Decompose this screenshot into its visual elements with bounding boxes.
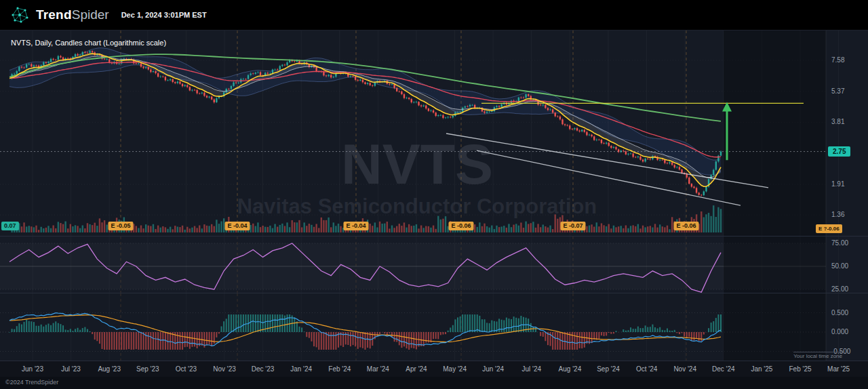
time-axis-label: Jun '24 bbox=[482, 365, 504, 373]
time-axis-label: Sep '24 bbox=[597, 365, 620, 373]
rsi-axis-label[interactable]: 50.00 bbox=[831, 262, 848, 270]
price-axis-label[interactable]: 7.58 bbox=[831, 56, 844, 64]
trendspider-logo-icon[interactable] bbox=[9, 5, 30, 25]
trendspider-app: Trend Spider Dec 1, 2024 3:01PM EST NVTS… bbox=[0, 0, 868, 389]
earnings-badge-left[interactable]: 0.07 bbox=[1, 222, 19, 230]
price-axis-label[interactable]: 1.91 bbox=[831, 180, 844, 188]
time-axis-label: Jan '25 bbox=[751, 365, 772, 373]
macd-chart-canvas[interactable] bbox=[0, 293, 868, 361]
earnings-badge[interactable]: E -0.04 bbox=[224, 222, 250, 230]
price-axis-label[interactable]: 1.36 bbox=[831, 211, 844, 218]
price-chart-canvas[interactable] bbox=[0, 30, 868, 236]
rsi-axis-label[interactable]: 25.00 bbox=[831, 285, 848, 293]
time-axis-label: Aug '24 bbox=[559, 365, 582, 373]
chart-title: NVTS, Daily, Candles chart (Logarithmic … bbox=[11, 39, 166, 47]
current-price-badge[interactable]: 2.75 bbox=[828, 146, 850, 157]
brand-bold: Trend bbox=[36, 7, 72, 22]
time-axis-label: Jun '23 bbox=[22, 365, 43, 373]
time-axis-label: Jul '24 bbox=[522, 365, 542, 373]
bollinger-band-layer bbox=[9, 48, 721, 187]
time-axis-label: Mar '24 bbox=[367, 365, 389, 373]
time-axis-label: Jan '24 bbox=[290, 365, 312, 373]
rsi-axis-label[interactable]: 75.00 bbox=[831, 239, 848, 247]
rsi-chart-canvas[interactable] bbox=[0, 237, 868, 293]
macd-panel: Your local time zone 0.5000.000-0.500 bbox=[0, 293, 868, 361]
time-axis-label: Oct '23 bbox=[176, 365, 197, 373]
time-axis-label: Mar '25 bbox=[827, 365, 850, 373]
time-axis-label: Nov '23 bbox=[213, 365, 236, 373]
earnings-badge[interactable]: E -0.06 bbox=[673, 222, 698, 230]
macd-axis-label[interactable]: 0.500 bbox=[831, 309, 848, 316]
price-axis-label[interactable]: 3.81 bbox=[831, 118, 844, 125]
price-axis-label[interactable]: 5.37 bbox=[831, 87, 844, 95]
chart-timestamp: Dec 1, 2024 3:01PM EST bbox=[121, 11, 207, 19]
footer: ©2024 TrendSpider bbox=[0, 377, 868, 389]
earnings-badge[interactable]: E -0.06 bbox=[448, 222, 473, 230]
time-axis-label: Dec '23 bbox=[252, 365, 275, 373]
price-panel: NVTS Navitas Semiconductor Corporation N… bbox=[0, 30, 868, 236]
macd-axis-label[interactable]: 0.000 bbox=[831, 328, 848, 335]
time-axis-label: Feb '24 bbox=[328, 365, 351, 373]
earnings-badge[interactable]: E -0.07 bbox=[560, 222, 585, 230]
time-axis-label: Aug '23 bbox=[98, 365, 121, 373]
time-axis-label: Apr '24 bbox=[406, 365, 427, 373]
header: Trend Spider Dec 1, 2024 3:01PM EST bbox=[0, 0, 868, 30]
timezone-note[interactable]: Your local time zone bbox=[793, 352, 842, 359]
earnings-badge[interactable]: E -0.05 bbox=[108, 222, 133, 230]
time-axis-label: Feb '25 bbox=[789, 365, 811, 373]
brand-wordmark[interactable]: Trend Spider bbox=[36, 7, 109, 22]
time-axis-label: Oct '24 bbox=[636, 365, 657, 373]
time-axis-label: Nov '24 bbox=[673, 365, 696, 373]
time-axis-label: May '24 bbox=[443, 365, 467, 373]
time-axis-label: Jul '23 bbox=[61, 365, 81, 373]
copyright-label: ©2024 TrendSpider bbox=[5, 379, 58, 386]
brand-light: Spider bbox=[72, 7, 109, 22]
time-axis-label: Sep '23 bbox=[136, 365, 159, 373]
rsi-panel: 75.0050.0025.00 bbox=[0, 236, 868, 293]
time-axis[interactable]: Jun '23Jul '23Aug '23Sep '23Oct '23Nov '… bbox=[0, 361, 868, 377]
earnings-badge[interactable]: E -0.04 bbox=[343, 222, 368, 230]
time-axis-label: Dec '24 bbox=[712, 365, 735, 373]
earnings-badge-future[interactable]: E ?-0.06 bbox=[816, 224, 842, 233]
